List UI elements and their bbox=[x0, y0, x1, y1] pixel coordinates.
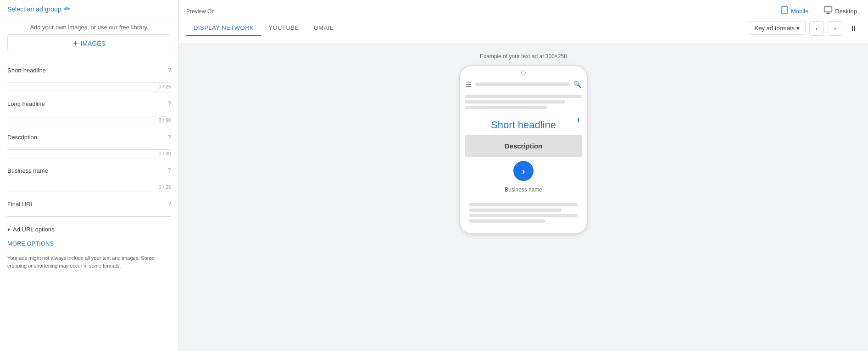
right-panel: Preview On Mobile bbox=[179, 0, 868, 351]
images-section: Add your own images, or use our free lib… bbox=[0, 18, 178, 58]
description-label: Description bbox=[7, 129, 37, 141]
content-line-4 bbox=[469, 203, 578, 206]
images-hint: Add your own images, or use our free lib… bbox=[7, 24, 171, 31]
next-button[interactable]: › bbox=[828, 21, 842, 36]
tabs: DISPLAY NETWORK YOUTUBE GMAIL bbox=[186, 21, 341, 36]
browser-search-bar bbox=[475, 82, 570, 86]
device-toggle: Mobile Desktop bbox=[776, 4, 861, 19]
content-line-6 bbox=[469, 214, 578, 217]
ad-cta-button[interactable]: › bbox=[513, 161, 534, 181]
left-panel: Select an ad group ✏ Add your own images… bbox=[0, 0, 179, 351]
prev-button[interactable]: ‹ bbox=[809, 21, 824, 36]
short-headline-label: Short headline bbox=[7, 62, 46, 74]
ad-group-selector: Select an ad group ✏ bbox=[0, 0, 178, 18]
desktop-device-btn[interactable]: Desktop bbox=[819, 4, 861, 19]
desktop-label: Desktop bbox=[835, 8, 857, 15]
content-line-1 bbox=[465, 95, 582, 98]
phone-mockup: ☰ 🔍 ℹ Short headline bbox=[459, 65, 588, 234]
business-name-label: Business name bbox=[7, 163, 48, 174]
content-line-3 bbox=[465, 106, 547, 109]
final-url-field-group: Final URL ? bbox=[7, 196, 171, 219]
preview-header: Preview On Mobile bbox=[179, 0, 868, 44]
short-headline-input[interactable] bbox=[7, 74, 171, 83]
tab-youtube[interactable]: YOUTUBE bbox=[261, 21, 306, 36]
preview-header-top: Preview On Mobile bbox=[186, 0, 861, 19]
browser-search-icon: 🔍 bbox=[573, 81, 581, 88]
final-url-help-icon[interactable]: ? bbox=[167, 196, 171, 208]
business-name-header: Business name ? bbox=[7, 162, 171, 174]
preview-container: Example of your text ad at 300×250 ☰ 🔍 bbox=[459, 53, 588, 234]
long-headline-help-icon[interactable]: ? bbox=[167, 95, 171, 107]
controls-right: Key ad formats ▾ ‹ › ⏸ bbox=[749, 21, 861, 36]
key-ad-formats-dropdown-icon: ▾ bbox=[796, 25, 800, 32]
ad-url-options-chevron: ▾ bbox=[7, 226, 10, 233]
ad-description-text: Description bbox=[468, 142, 579, 150]
mobile-icon bbox=[780, 5, 789, 17]
disclaimer-text: Your ads might not always include all yo… bbox=[7, 251, 171, 273]
short-headline-header: Short headline ? bbox=[7, 62, 171, 74]
business-name-input[interactable] bbox=[7, 174, 171, 183]
final-url-label: Final URL bbox=[7, 196, 34, 208]
content-lines-top bbox=[465, 95, 582, 109]
tab-gmail[interactable]: GMAIL bbox=[306, 21, 341, 36]
svg-rect-0 bbox=[782, 6, 787, 14]
tabs-and-controls: DISPLAY NETWORK YOUTUBE GMAIL Key ad for… bbox=[186, 21, 861, 36]
preview-area: Example of your text ad at 300×250 ☰ 🔍 bbox=[179, 44, 868, 351]
plus-icon: + bbox=[73, 38, 78, 48]
phone-browser-bar: ☰ 🔍 bbox=[460, 78, 587, 91]
cta-arrow-icon: › bbox=[522, 166, 525, 176]
business-name-help-icon[interactable]: ? bbox=[167, 162, 171, 174]
long-headline-char-count: 0 / 90 bbox=[7, 117, 171, 125]
long-headline-field-group: Long headline ? 0 / 90 bbox=[7, 95, 171, 127]
description-header: Description ? bbox=[7, 129, 171, 141]
images-button-label: IMAGES bbox=[81, 40, 106, 47]
form-section: Short headline ? 0 / 25 Long headline ? … bbox=[0, 58, 178, 351]
content-line-7 bbox=[469, 219, 545, 223]
ad-group-link[interactable]: Select an ad group bbox=[7, 5, 61, 13]
content-line-2 bbox=[465, 100, 565, 104]
tab-display-network[interactable]: DISPLAY NETWORK bbox=[186, 21, 261, 36]
phone-circle bbox=[521, 71, 526, 75]
long-headline-label: Long headline bbox=[7, 96, 45, 107]
long-headline-input[interactable] bbox=[7, 107, 171, 116]
short-headline-help-icon[interactable]: ? bbox=[167, 62, 171, 74]
images-button[interactable]: + IMAGES bbox=[7, 34, 171, 52]
final-url-header: Final URL ? bbox=[7, 196, 171, 208]
mobile-device-btn[interactable]: Mobile bbox=[776, 4, 812, 19]
ad-url-options[interactable]: ▾ Ad URL options bbox=[7, 220, 171, 236]
svg-rect-2 bbox=[824, 7, 832, 12]
short-headline-field-group: Short headline ? 0 / 25 bbox=[7, 62, 171, 93]
pause-button[interactable]: ⏸ bbox=[846, 21, 861, 36]
phone-notch-area bbox=[460, 66, 587, 78]
business-name-field-group: Business name ? 0 / 25 bbox=[7, 162, 171, 194]
content-line-5 bbox=[469, 208, 562, 212]
edit-icon[interactable]: ✏ bbox=[64, 5, 70, 13]
browser-menu-icon: ☰ bbox=[466, 81, 472, 88]
ad-image-area: Description bbox=[465, 135, 582, 157]
description-input[interactable] bbox=[7, 141, 171, 150]
content-lines-bottom bbox=[465, 200, 582, 230]
mobile-label: Mobile bbox=[791, 8, 808, 15]
description-char-count: 0 / 90 bbox=[7, 151, 171, 159]
preview-label: Example of your text ad at 300×250 bbox=[480, 53, 567, 60]
phone-content-top: ℹ Short headline Description › Business … bbox=[460, 91, 587, 233]
key-ad-formats-label: Key ad formats bbox=[755, 25, 795, 32]
description-help-icon[interactable]: ? bbox=[167, 129, 171, 141]
long-headline-header: Long headline ? bbox=[7, 95, 171, 107]
ad-info-icon[interactable]: ℹ bbox=[577, 116, 579, 124]
final-url-input[interactable] bbox=[7, 208, 171, 217]
ad-headline: Short headline bbox=[465, 114, 582, 135]
key-ad-formats-button[interactable]: Key ad formats ▾ bbox=[749, 22, 806, 35]
desktop-icon bbox=[823, 5, 833, 17]
short-headline-char-count: 0 / 25 bbox=[7, 84, 171, 92]
ad-card: ℹ Short headline Description › Business … bbox=[465, 114, 582, 197]
description-field-group: Description ? 0 / 90 bbox=[7, 129, 171, 160]
business-name-char-count: 0 / 25 bbox=[7, 184, 171, 192]
ad-url-options-label: Ad URL options bbox=[13, 226, 55, 233]
ad-business-name: Business name bbox=[465, 185, 582, 197]
more-options-link[interactable]: MORE OPTIONS bbox=[7, 236, 171, 251]
preview-on-label: Preview On bbox=[186, 8, 215, 15]
